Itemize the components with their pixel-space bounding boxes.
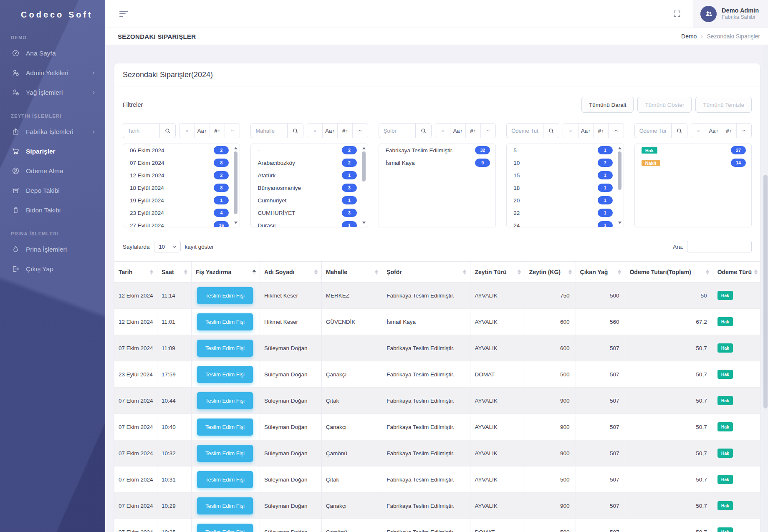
filter-item[interactable]: Fabrikaya Teslim Edilmiştir.32 bbox=[379, 144, 495, 156]
scrollbar-thumb[interactable] bbox=[763, 175, 768, 408]
scroll-thumb[interactable] bbox=[618, 151, 621, 190]
filter-search-input[interactable] bbox=[250, 123, 287, 138]
filter-item[interactable]: 181 bbox=[507, 182, 623, 194]
print-receipt-button[interactable]: Teslim Edim Fişi bbox=[197, 366, 253, 383]
filter-search-input[interactable] bbox=[123, 123, 159, 138]
list-scrollbar[interactable] bbox=[617, 145, 623, 226]
filter-item[interactable]: Arabacıbozköy2 bbox=[251, 156, 367, 169]
sidebar-item-fabrika-i̇şlemleri[interactable]: Fabrika İşlemleri bbox=[0, 122, 105, 141]
menu-toggle-icon[interactable] bbox=[118, 8, 130, 19]
clear-filter-button[interactable]: × bbox=[691, 124, 706, 138]
sort-alpha-button[interactable]: Aa↕ bbox=[194, 124, 209, 138]
filter-item[interactable]: Atatürk1 bbox=[251, 169, 367, 182]
show-all-button[interactable]: Tümünü Göster bbox=[637, 97, 692, 113]
column-header-zeytin-kg[interactable]: Zeytin (KG) bbox=[525, 262, 576, 282]
filter-search-input[interactable] bbox=[506, 123, 543, 138]
filter-item[interactable]: 201 bbox=[507, 194, 623, 207]
print-receipt-button[interactable]: Teslim Edim Fişi bbox=[197, 392, 253, 409]
print-receipt-button[interactable]: Teslim Edim Fişi bbox=[197, 419, 253, 436]
scroll-up-icon[interactable] bbox=[618, 147, 621, 149]
print-receipt-button[interactable]: Teslim Edim Fişi bbox=[197, 524, 253, 532]
clear-filter-button[interactable]: × bbox=[563, 124, 578, 138]
filter-item[interactable]: Durasıl1 bbox=[251, 219, 367, 227]
column-header-saat[interactable]: Saat bbox=[157, 262, 192, 282]
collapse-panel-button[interactable] bbox=[352, 124, 367, 138]
filter-item[interactable]: 151 bbox=[507, 169, 623, 182]
clear-filter-button[interactable]: × bbox=[435, 124, 450, 138]
filter-item[interactable]: 06 Ekim 20242 bbox=[123, 144, 240, 156]
filter-item[interactable]: 23 Eylül 20244 bbox=[123, 207, 240, 219]
column-header-fiş-yazdırma[interactable]: Fiş Yazdırma bbox=[192, 262, 260, 282]
sidebar-item-admin-yetkileri[interactable]: Admin Yetkileri bbox=[0, 63, 105, 83]
column-header-mahalle[interactable]: Mahalle bbox=[321, 262, 382, 282]
filter-search-button[interactable] bbox=[543, 123, 559, 138]
user-menu[interactable]: Demo Admin Fabrika Sahibi bbox=[693, 0, 768, 28]
filter-item[interactable]: Bünyanosmaniye3 bbox=[251, 182, 367, 194]
print-receipt-button[interactable]: Teslim Edim Fişi bbox=[197, 313, 253, 330]
clear-filter-button[interactable]: × bbox=[307, 124, 322, 138]
sort-alpha-button[interactable]: Aa↕ bbox=[578, 124, 593, 138]
sidebar-item-çıkış-yap[interactable]: Çıkış Yap bbox=[0, 259, 105, 279]
sidebar-item-prina-i̇şlemleri[interactable]: Prina İşlemleri bbox=[0, 240, 105, 259]
filter-item[interactable]: -2 bbox=[251, 144, 367, 156]
print-receipt-button[interactable]: Teslim Edim Fişi bbox=[197, 340, 253, 357]
print-receipt-button[interactable]: Teslim Edim Fişi bbox=[197, 287, 253, 304]
collapse-panel-button[interactable] bbox=[480, 124, 495, 138]
sort-alpha-button[interactable]: Aa↕ bbox=[706, 124, 721, 138]
scroll-down-icon[interactable] bbox=[362, 222, 366, 224]
clear-all-button[interactable]: Tümünü Temizle bbox=[695, 97, 752, 113]
filter-item[interactable]: 12 Ekim 20242 bbox=[123, 169, 240, 182]
scroll-up-icon[interactable] bbox=[234, 147, 237, 149]
collapse-all-button[interactable]: Tümünü Daralt bbox=[581, 97, 634, 113]
sort-alpha-button[interactable]: Aa↕ bbox=[322, 124, 337, 138]
filter-item[interactable]: 51 bbox=[507, 144, 623, 156]
print-receipt-button[interactable]: Teslim Edim Fişi bbox=[197, 497, 253, 514]
column-header-çıkan-yağ[interactable]: Çıkan Yağ bbox=[576, 262, 625, 282]
sidebar-item-bidon-takibi[interactable]: Bidon Takibi bbox=[0, 200, 105, 220]
scroll-thumb[interactable] bbox=[362, 151, 366, 182]
table-search-input[interactable] bbox=[687, 241, 752, 252]
filter-item[interactable]: İsmail Kaya9 bbox=[379, 156, 495, 169]
column-header-zeytin-türü[interactable]: Zeytin Türü bbox=[470, 262, 525, 282]
collapse-panel-button[interactable] bbox=[736, 124, 751, 138]
filter-item[interactable]: 07 Ekim 20248 bbox=[123, 156, 240, 169]
filter-search-input[interactable] bbox=[379, 123, 415, 138]
filter-search-button[interactable] bbox=[671, 123, 687, 138]
column-header-tarih[interactable]: Tarih bbox=[114, 262, 157, 282]
scroll-up-icon[interactable] bbox=[362, 147, 366, 149]
sort-numeric-button[interactable]: #↕ bbox=[465, 124, 480, 138]
filter-item[interactable]: Cumhuriyet1 bbox=[251, 194, 367, 207]
filter-search-button[interactable] bbox=[415, 123, 432, 138]
filter-item[interactable]: 18 Eylül 20248 bbox=[123, 182, 240, 194]
filter-item[interactable]: 107 bbox=[507, 156, 623, 169]
filter-search-input[interactable] bbox=[634, 123, 671, 138]
print-receipt-button[interactable]: Teslim Edim Fişi bbox=[197, 471, 253, 488]
page-size-select[interactable]: 10 bbox=[154, 241, 181, 252]
page-scrollbar[interactable] bbox=[763, 45, 768, 532]
filter-item[interactable]: Nakit14 bbox=[635, 156, 751, 169]
scroll-down-icon[interactable] bbox=[618, 222, 621, 224]
filter-item[interactable]: Hak27 bbox=[635, 144, 751, 156]
sidebar-item-ana-sayfa[interactable]: Ana Sayfa bbox=[0, 43, 105, 63]
list-scrollbar[interactable] bbox=[361, 145, 367, 226]
filter-item[interactable]: 27 Eylül 202416 bbox=[123, 219, 240, 227]
clear-filter-button[interactable]: × bbox=[179, 124, 194, 138]
scroll-thumb[interactable] bbox=[234, 151, 237, 214]
filter-item[interactable]: 241 bbox=[507, 219, 623, 227]
sort-numeric-button[interactable]: #↕ bbox=[210, 124, 225, 138]
scroll-down-icon[interactable] bbox=[234, 222, 237, 224]
sort-numeric-button[interactable]: #↕ bbox=[593, 124, 608, 138]
sidebar-item-siparişler[interactable]: Siparişler bbox=[0, 141, 105, 161]
filter-search-button[interactable] bbox=[159, 123, 176, 138]
column-header-ödeme-tutarı-toplam[interactable]: Ödeme Tutarı(Toplam) bbox=[625, 262, 713, 282]
sort-numeric-button[interactable]: #↕ bbox=[337, 124, 352, 138]
sidebar-item-yağ-i̇şlemleri[interactable]: Yağ İşlemleri bbox=[0, 83, 105, 102]
column-header-adı-soyadı[interactable]: Adı Soyadı bbox=[260, 262, 322, 282]
sidebar-item-depo-takibi[interactable]: Depo Takibi bbox=[0, 181, 105, 200]
filter-item[interactable]: 221 bbox=[507, 207, 623, 219]
column-header-ödeme-türü[interactable]: Ödeme Türü bbox=[713, 262, 760, 282]
filter-search-button[interactable] bbox=[287, 123, 303, 138]
column-header-şoför[interactable]: Şoför bbox=[382, 262, 470, 282]
collapse-panel-button[interactable] bbox=[225, 124, 240, 138]
sort-alpha-button[interactable]: Aa↕ bbox=[450, 124, 465, 138]
